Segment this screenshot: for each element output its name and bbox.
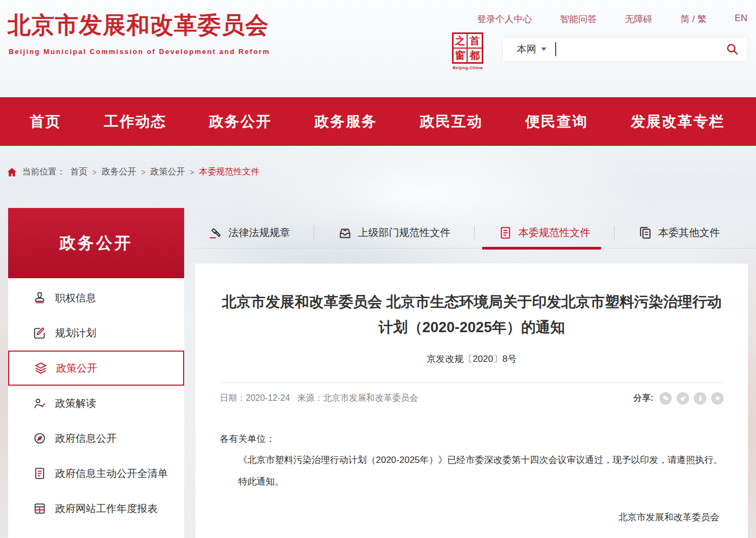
- date-label: 日期：: [220, 393, 246, 402]
- qq-share-icon[interactable]: [694, 392, 706, 405]
- sidebar-item-label: 政策解读: [55, 396, 96, 411]
- sidebar-item-policy-interpretation[interactable]: 政策解读: [8, 386, 184, 421]
- sidebar-item-annual-website-report[interactable]: 政府网站工作年度报表: [8, 491, 184, 526]
- breadcrumb-policy-open[interactable]: 政策公开: [150, 166, 185, 178]
- site-logo-subtitle: Beijing Municipal Commission of Developm…: [9, 48, 270, 56]
- tab-label: 本委其他文件: [658, 226, 720, 240]
- breadcrumb-separator: >: [141, 168, 145, 177]
- sidebar-item-label: 政策公开: [56, 361, 97, 375]
- tab-commission-normative-documents[interactable]: 本委规范性文件: [498, 217, 590, 248]
- red-doc-icon: [498, 226, 512, 240]
- accessibility-link[interactable]: 无障碍: [625, 13, 652, 25]
- share-label: 分享:: [633, 393, 653, 404]
- seal-char: 之: [454, 34, 468, 49]
- tab-commission-other-documents[interactable]: 本委其他文件: [638, 217, 720, 248]
- nav-item-convenient-inquiry[interactable]: 便民查询: [525, 112, 588, 131]
- sidebar-item-label: 政府信息公开: [55, 432, 117, 446]
- report-table-icon: [33, 502, 46, 515]
- nav-item-government-services[interactable]: 政务服务: [314, 112, 377, 131]
- article-card: 北京市发展和改革委员会 北京市生态环境局关于印发北京市塑料污染治理行动计划（20…: [195, 264, 748, 538]
- search-bar: 本网: [502, 37, 748, 62]
- main-content: 法律法规规章 上级部门规范性文件 本委规范性文件 本委其他文件 北京市发展和改革…: [195, 217, 756, 538]
- nav-item-government-affairs[interactable]: 政务公开: [209, 112, 272, 131]
- salutation: 各有关单位：: [220, 428, 724, 450]
- nav-item-work-dynamics[interactable]: 工作动态: [104, 112, 166, 131]
- layers-icon: [34, 361, 48, 375]
- source-value: 北京市发展和改革委员会: [323, 393, 418, 402]
- share-bar: 分享:: [633, 392, 724, 405]
- tab-label: 本委规范性文件: [518, 226, 590, 240]
- document-category-tabs: 法律法规规章 上级部门规范性文件 本委规范性文件 本委其他文件: [195, 217, 756, 248]
- breadcrumb-gov-affairs[interactable]: 政务公开: [102, 166, 136, 178]
- wechat-share-icon[interactable]: [659, 392, 672, 405]
- tab-separator: [314, 226, 314, 240]
- tab-label: 上级部门规范性文件: [358, 226, 450, 240]
- sidebar: 政务公开 职权信息 规划计划 政策公开 政策解读: [8, 208, 184, 538]
- paragraph: 特此通知。: [220, 471, 724, 493]
- sidebar-item-gov-info-open[interactable]: 政府信息公开: [8, 421, 184, 456]
- utility-links: 登录个人中心 智能问答 无障碍 简 / 繁 EN: [477, 13, 747, 25]
- date-value: 2020-12-24: [246, 393, 290, 402]
- gavel-icon: [208, 226, 222, 240]
- seal-char: 都: [468, 49, 482, 62]
- breadcrumb-current: 本委规范性文件: [199, 166, 260, 178]
- qzone-share-icon[interactable]: [711, 392, 724, 405]
- signature: 北京市发展和改革委员会: [220, 507, 724, 528]
- inbox-doc-icon: [338, 226, 352, 240]
- tab-separator: [474, 226, 475, 240]
- tab-separator: [614, 226, 615, 240]
- article-body: 各有关单位： 《北京市塑料污染治理行动计划（2020-2025年）》已经市委深改…: [220, 428, 724, 529]
- article-title: 北京市发展和改革委员会 北京市生态环境局关于印发北京市塑料污染治理行动计划（20…: [220, 290, 724, 341]
- seal-stamp-icon: [33, 291, 46, 305]
- plan-edit-icon: [33, 326, 46, 340]
- breadcrumb-label: 当前位置：: [22, 166, 65, 178]
- sidebar-item-label: 规划计划: [55, 326, 96, 340]
- sidebar-menu: 职权信息 规划计划 政策公开 政策解读 政府信息公开: [8, 278, 184, 538]
- search-icon: [726, 43, 739, 56]
- seal-char: 首: [468, 34, 482, 49]
- simplified-traditional-toggle[interactable]: 简 / 繁: [680, 13, 706, 25]
- seal-char: 窗: [454, 49, 468, 62]
- nav-item-home[interactable]: 首页: [30, 112, 61, 131]
- breadcrumb-separator: >: [190, 168, 194, 177]
- source-label: 来源：: [297, 393, 323, 402]
- sidebar-item-label: 政府信息主动公开全清单: [55, 467, 168, 481]
- search-scope-dropdown[interactable]: 本网: [517, 43, 546, 56]
- weibo-share-icon[interactable]: [677, 392, 689, 405]
- sidebar-title: 政务公开: [8, 208, 184, 278]
- english-link[interactable]: EN: [734, 13, 747, 25]
- home-icon: [6, 167, 17, 178]
- document-number: 京发改规〔2020〕8号: [220, 353, 724, 365]
- sidebar-item-planning[interactable]: 规划计划: [8, 315, 184, 351]
- search-button[interactable]: [726, 43, 739, 56]
- search-scope-label: 本网: [517, 43, 536, 56]
- main-navigation: 首页 工作动态 政务公开 政务服务 政民互动 便民查询 发展改革专栏: [0, 97, 756, 146]
- sidebar-item-policy-open[interactable]: 政策公开: [8, 351, 184, 386]
- copy-doc-icon: [638, 226, 652, 240]
- sidebar-item-proactive-disclosure-list[interactable]: 政府信息主动公开全清单: [8, 456, 184, 491]
- document-list-icon: [33, 467, 46, 480]
- breadcrumb-home[interactable]: 首页: [70, 166, 87, 178]
- tab-laws-regulations[interactable]: 法律法规规章: [208, 217, 290, 248]
- beijing-china-seal-logo[interactable]: 之 首 窗 都 Beijing-China: [451, 32, 484, 70]
- sidebar-item-decision-catalog[interactable]: 决策目录: [8, 526, 184, 538]
- login-personal-center-link[interactable]: 登录个人中心: [477, 13, 532, 25]
- tab-superior-normative-documents[interactable]: 上级部门规范性文件: [338, 217, 450, 248]
- compass-icon: [33, 432, 46, 445]
- article-meta-row: 日期：2020-12-24 来源：北京市发展和改革委员会 分享:: [220, 382, 724, 405]
- person-interpret-icon: [33, 396, 46, 410]
- smart-qa-link[interactable]: 智能问答: [560, 13, 597, 25]
- paragraph: 《北京市塑料污染治理行动计划（2020-2025年）》已经市委深改委第十四次会议…: [220, 449, 724, 471]
- seal-caption: Beijing-China: [451, 65, 484, 70]
- chevron-down-icon: [541, 48, 546, 51]
- breadcrumb-separator: >: [92, 168, 97, 177]
- sidebar-item-authority-info[interactable]: 职权信息: [8, 280, 184, 315]
- nav-item-reform-column[interactable]: 发展改革专栏: [631, 112, 725, 131]
- sidebar-item-label: 职权信息: [55, 291, 96, 305]
- nav-item-public-interaction[interactable]: 政民互动: [420, 112, 483, 131]
- sidebar-item-label: 政府网站工作年度报表: [55, 502, 158, 516]
- date-source: 日期：2020-12-24 来源：北京市发展和改革委员会: [220, 393, 418, 404]
- site-logo-title: 北京市发展和改革委员会: [8, 10, 269, 41]
- search-input[interactable]: [556, 44, 726, 54]
- tab-label: 法律法规规章: [228, 226, 290, 240]
